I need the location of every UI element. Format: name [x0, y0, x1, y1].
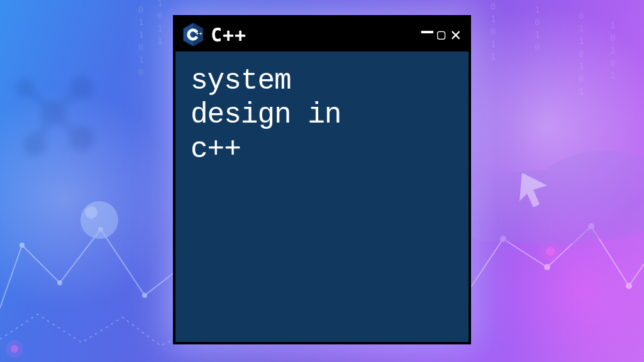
- svg-marker-58: [193, 23, 203, 47]
- svg-text:0: 0: [579, 74, 584, 84]
- svg-text:0: 0: [610, 58, 615, 68]
- svg-text:1: 1: [491, 52, 496, 62]
- svg-point-51: [6, 340, 23, 358]
- minimize-button[interactable]: —: [421, 21, 432, 41]
- svg-text:1: 1: [535, 30, 540, 40]
- svg-point-55: [80, 201, 118, 239]
- close-button[interactable]: ✕: [450, 26, 461, 43]
- svg-rect-60: [197, 32, 197, 35]
- svg-text:1: 1: [610, 45, 615, 55]
- svg-point-56: [85, 206, 97, 219]
- svg-text:0: 0: [491, 26, 496, 36]
- svg-point-43: [142, 293, 147, 298]
- svg-point-45: [544, 264, 550, 270]
- svg-text:0: 0: [138, 67, 143, 77]
- svg-text:0: 0: [138, 42, 143, 52]
- cpp-logo-icon: [182, 23, 204, 46]
- maximize-button[interactable]: ▢: [437, 28, 445, 41]
- svg-text:1: 1: [157, 23, 162, 33]
- svg-text:0: 0: [491, 1, 496, 11]
- titlebar[interactable]: C++ — ▢ ✕: [175, 18, 469, 52]
- svg-text:0: 0: [610, 33, 615, 43]
- svg-point-40: [19, 243, 25, 248]
- svg-text:1: 1: [138, 17, 143, 27]
- svg-text:1: 1: [610, 70, 615, 80]
- svg-text:0: 0: [138, 4, 143, 14]
- svg-text:1: 1: [157, 0, 162, 8]
- svg-text:1: 1: [579, 61, 584, 71]
- svg-text:0: 0: [579, 48, 584, 58]
- svg-text:1: 1: [610, 20, 615, 30]
- svg-text:0: 0: [579, 11, 584, 21]
- window-title: C++: [211, 24, 415, 46]
- svg-text:1: 1: [138, 30, 143, 40]
- svg-text:1: 1: [491, 39, 496, 49]
- svg-text:0: 0: [535, 42, 540, 52]
- window-controls: — ▢ ✕: [421, 25, 461, 45]
- svg-text:1: 1: [157, 36, 162, 46]
- svg-rect-62: [201, 32, 201, 35]
- svg-text:1: 1: [491, 14, 496, 24]
- svg-text:1: 1: [579, 36, 584, 46]
- svg-point-47: [626, 283, 632, 289]
- svg-text:1: 1: [579, 23, 584, 33]
- svg-line-8: [25, 88, 53, 113]
- svg-text:0: 0: [535, 17, 540, 27]
- terminal-window: C++ — ▢ ✕ system design in c++: [173, 15, 471, 344]
- svg-line-7: [53, 88, 82, 113]
- svg-point-41: [57, 280, 62, 285]
- svg-text:0: 0: [157, 11, 162, 21]
- svg-text:1: 1: [138, 55, 143, 65]
- svg-text:1: 1: [579, 86, 584, 96]
- svg-text:1: 1: [535, 4, 540, 14]
- svg-line-6: [53, 113, 82, 138]
- terminal-content: system design in c++: [175, 52, 469, 179]
